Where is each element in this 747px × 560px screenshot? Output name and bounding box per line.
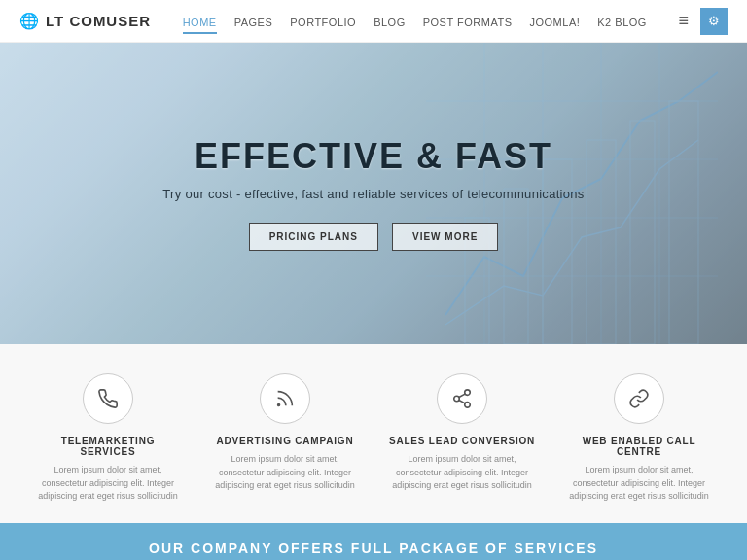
feature-desc: Lorem ipsum dolor sit amet, consectetur … bbox=[34, 464, 182, 504]
logo: 🌐 LT COMUSER bbox=[19, 12, 151, 30]
feature-item: SALES LEAD CONVERSIONLorem ipsum dolor s… bbox=[374, 373, 551, 504]
navbar-right: ≡ ⚙ bbox=[678, 8, 728, 35]
nav-link[interactable]: POST FORMATS bbox=[423, 17, 513, 32]
nav-link[interactable]: PAGES bbox=[234, 17, 273, 32]
feature-desc: Lorem ipsum dolor sit amet, consectetur … bbox=[211, 453, 359, 493]
feature-icon-wrap bbox=[83, 373, 133, 424]
logo-text: LT COMUSER bbox=[46, 13, 151, 29]
feature-title: ADVERTISING CAMPAIGN bbox=[211, 436, 359, 446]
svg-rect-13 bbox=[669, 101, 698, 344]
feature-title: WEB ENABLED CALL CENTRE bbox=[565, 436, 713, 457]
svg-point-14 bbox=[278, 404, 280, 406]
feature-title: TELEMARKETING SERVICES bbox=[34, 436, 182, 457]
feature-item: TELEMARKETING SERVICESLorem ipsum dolor … bbox=[19, 373, 196, 504]
nav-link[interactable]: JOOMLA! bbox=[529, 17, 580, 32]
nav-link[interactable]: PORTFOLIO bbox=[290, 17, 356, 32]
hamburger-icon[interactable]: ≡ bbox=[678, 11, 689, 31]
nav-item-k2-blog[interactable]: K2 BLOG bbox=[597, 13, 647, 30]
nav-link[interactable]: HOME bbox=[183, 17, 217, 34]
features-section: TELEMARKETING SERVICESLorem ipsum dolor … bbox=[0, 344, 747, 523]
nav-item-blog[interactable]: BLOG bbox=[374, 13, 406, 30]
hero-subtitle: Try our cost - effective, fast and relia… bbox=[162, 187, 584, 201]
view-more-button[interactable]: VIEW MORE bbox=[392, 223, 498, 251]
hero-content: EFFECTIVE & FAST Try our cost - effectiv… bbox=[162, 136, 584, 251]
feature-desc: Lorem ipsum dolor sit amet, consectetur … bbox=[565, 464, 713, 504]
nav-item-portfolio[interactable]: PORTFOLIO bbox=[290, 13, 356, 30]
hero-title: EFFECTIVE & FAST bbox=[162, 136, 584, 177]
feature-icon-wrap bbox=[614, 373, 664, 424]
pricing-plans-button[interactable]: PRICING PLANS bbox=[249, 223, 378, 251]
svg-point-17 bbox=[465, 402, 471, 408]
globe-icon: 🌐 bbox=[19, 12, 40, 30]
gear-button[interactable]: ⚙ bbox=[700, 8, 728, 35]
nav-item-joomla![interactable]: JOOMLA! bbox=[529, 13, 580, 30]
svg-point-15 bbox=[465, 390, 471, 396]
feature-icon-wrap bbox=[260, 373, 310, 424]
bottom-banner-text: OUR COMPANY OFFERS FULL PACKAGE OF SERVI… bbox=[149, 541, 598, 556]
feature-item: WEB ENABLED CALL CENTRELorem ipsum dolor… bbox=[551, 373, 728, 504]
navbar: 🌐 LT COMUSER HOMEPAGESPORTFOLIOBLOGPOST … bbox=[0, 0, 747, 43]
hero-section: EFFECTIVE & FAST Try our cost - effectiv… bbox=[0, 43, 747, 344]
svg-rect-12 bbox=[630, 121, 655, 344]
hero-buttons: PRICING PLANS VIEW MORE bbox=[162, 223, 584, 251]
feature-icon-wrap bbox=[437, 373, 487, 424]
bottom-banner: OUR COMPANY OFFERS FULL PACKAGE OF SERVI… bbox=[0, 523, 747, 561]
feature-item: ADVERTISING CAMPAIGNLorem ipsum dolor si… bbox=[196, 373, 374, 504]
nav-link[interactable]: BLOG bbox=[374, 17, 406, 32]
nav-item-post-formats[interactable]: POST FORMATS bbox=[423, 13, 513, 30]
svg-point-16 bbox=[454, 396, 460, 402]
nav-item-home[interactable]: HOME bbox=[183, 13, 217, 30]
feature-desc: Lorem ipsum dolor sit amet, consectetur … bbox=[388, 453, 536, 493]
nav-item-pages[interactable]: PAGES bbox=[234, 13, 273, 30]
nav-link[interactable]: K2 BLOG bbox=[597, 17, 647, 32]
nav-menu: HOMEPAGESPORTFOLIOBLOGPOST FORMATSJOOMLA… bbox=[183, 13, 647, 30]
feature-title: SALES LEAD CONVERSION bbox=[388, 436, 536, 446]
